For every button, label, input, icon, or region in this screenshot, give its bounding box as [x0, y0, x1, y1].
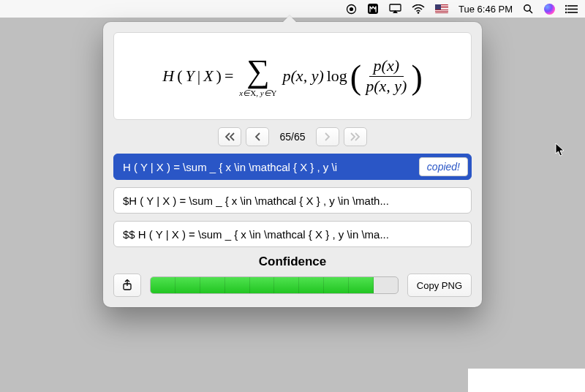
first-button[interactable]	[218, 127, 241, 146]
result-row-display[interactable]: $$ H ( Y | X ) = \sum _ { x \in \mathcal…	[113, 221, 472, 247]
menubar-app-icon[interactable]	[367, 3, 379, 15]
popover-footer: Copy PNG	[113, 274, 472, 297]
svg-point-5	[524, 4, 530, 10]
share-button[interactable]	[113, 274, 141, 297]
history-pager: 65/65	[103, 127, 482, 146]
result-text: H ( Y | X ) = \sum _ { x \in \mathcal { …	[123, 161, 337, 173]
spotlight-icon[interactable]	[523, 4, 534, 15]
result-text: $H ( Y | X ) = \sum _ { x \in \mathcal {…	[123, 195, 389, 207]
equation-preview: H(Y|X) = ∑x∈X, y∈Y p(x, y) log ( p(x)p(x…	[113, 32, 472, 120]
results-list: H ( Y | X ) = \sum _ { x \in \mathcal { …	[113, 154, 472, 247]
confidence-segment	[151, 277, 176, 293]
confidence-segment	[374, 277, 398, 293]
svg-point-1	[350, 7, 353, 10]
confidence-segment	[225, 277, 250, 293]
menubar-clock[interactable]: Tue 6:46 PM	[458, 4, 513, 15]
confidence-segment	[324, 277, 349, 293]
copy-png-button[interactable]: Copy PNG	[407, 274, 472, 297]
confidence-segment	[250, 277, 275, 293]
result-row-inline[interactable]: $H ( Y | X ) = \sum _ { x \in \mathcal {…	[113, 187, 472, 214]
svg-point-12	[565, 11, 567, 12]
result-text: $$ H ( Y | X ) = \sum _ { x \in \mathcal…	[123, 228, 389, 241]
result-row-latex[interactable]: H ( Y | X ) = \sum _ { x \in \mathcal { …	[113, 154, 472, 180]
popover-arrow	[282, 15, 297, 23]
copied-badge: copied!	[419, 157, 468, 176]
prev-button[interactable]	[246, 127, 269, 146]
notification-center-icon[interactable]	[565, 4, 578, 14]
confidence-segment	[200, 277, 225, 293]
svg-rect-2	[368, 4, 378, 14]
mouse-cursor	[555, 143, 565, 160]
record-icon[interactable]	[346, 4, 357, 15]
confidence-segment	[349, 277, 374, 293]
next-button[interactable]	[316, 127, 339, 146]
airplay-icon[interactable]	[389, 4, 401, 14]
last-button[interactable]	[344, 127, 367, 146]
input-flag-icon[interactable]	[435, 4, 448, 13]
confidence-label: Confidence	[103, 255, 482, 269]
overlay-box	[468, 369, 585, 392]
svg-rect-3	[390, 4, 401, 11]
siri-icon[interactable]	[544, 4, 555, 15]
svg-point-11	[565, 8, 567, 10]
confidence-segment	[176, 277, 200, 293]
confidence-segment	[299, 277, 324, 293]
confidence-meter	[150, 276, 399, 294]
mathpix-popover: H(Y|X) = ∑x∈X, y∈Y p(x, y) log ( p(x)p(x…	[103, 22, 482, 307]
page-count: 65/65	[279, 131, 305, 143]
svg-point-4	[418, 12, 420, 14]
svg-line-6	[529, 10, 532, 13]
confidence-segment	[274, 277, 299, 293]
svg-point-10	[565, 4, 567, 6]
wifi-icon[interactable]	[412, 4, 425, 14]
